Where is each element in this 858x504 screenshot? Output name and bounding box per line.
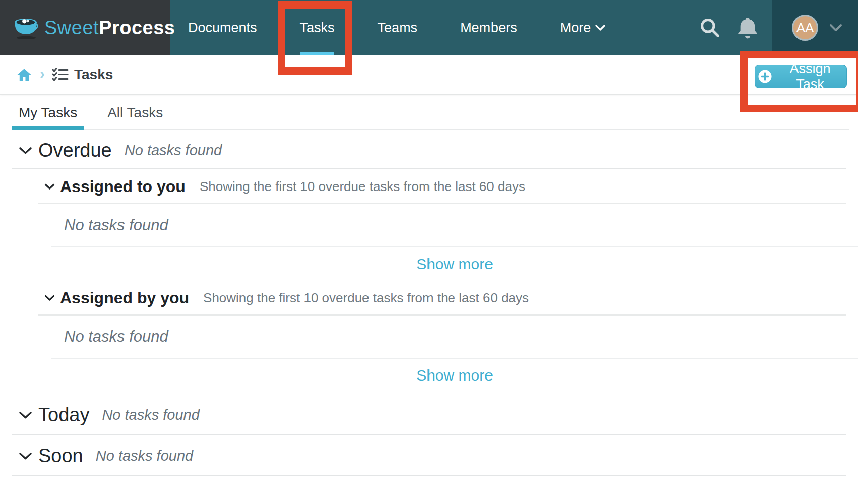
empty-state: No tasks found <box>51 204 858 247</box>
empty-state: No tasks found <box>51 316 858 359</box>
chevron-down-icon <box>595 25 605 31</box>
tasks-tab-bar: My Tasks All Tasks <box>12 96 849 130</box>
subsection-hint: Showing the first 10 overdue tasks from … <box>200 179 525 195</box>
annotation-box-tasks-nav <box>278 1 352 75</box>
show-more-row: Show more <box>51 247 858 281</box>
brand-name-first: Sweet <box>44 17 99 38</box>
subsection-title: Assigned to you <box>60 177 186 196</box>
chevron-down-icon[interactable] <box>19 147 32 155</box>
show-more-link[interactable]: Show more <box>416 256 493 273</box>
page-title: Tasks <box>74 67 113 83</box>
tab-all-tasks[interactable]: All Tasks <box>101 99 169 130</box>
subsection-assigned-by-you-header[interactable]: Assigned by you Showing the first 10 ove… <box>38 281 846 316</box>
nav-item-label: More <box>560 20 591 36</box>
main-nav: Documents Tasks Teams Members More <box>173 0 621 55</box>
nav-item-documents[interactable]: Documents <box>173 0 272 55</box>
nav-item-teams[interactable]: Teams <box>362 0 433 55</box>
nav-item-members[interactable]: Members <box>445 0 532 55</box>
breadcrumb: › Tasks <box>0 55 858 95</box>
section-empty-note: No tasks found <box>96 448 193 464</box>
section-empty-note: No tasks found <box>125 142 222 159</box>
subsection-assigned-to-you-header[interactable]: Assigned to you Showing the first 10 ove… <box>38 169 846 204</box>
show-more-link[interactable]: Show more <box>416 367 493 384</box>
section-title: Soon <box>38 445 83 467</box>
search-icon[interactable] <box>699 0 721 55</box>
chevron-down-icon[interactable] <box>19 452 32 460</box>
empty-state-text: No tasks found <box>64 328 168 345</box>
empty-state-text: No tasks found <box>64 216 168 234</box>
top-navbar: SweetProcess Documents Tasks Teams Membe… <box>0 0 858 55</box>
chevron-down-icon[interactable] <box>829 24 842 32</box>
tab-my-tasks[interactable]: My Tasks <box>12 99 84 130</box>
brand-name: SweetProcess <box>44 17 175 39</box>
nav-item-label: Members <box>460 20 517 36</box>
bell-icon[interactable] <box>736 0 759 55</box>
checklist-icon <box>52 68 69 82</box>
home-icon[interactable] <box>17 68 32 82</box>
brand-name-second: Process <box>99 17 175 38</box>
section-today-header[interactable]: Today No tasks found <box>12 392 846 435</box>
section-soon-header[interactable]: Soon No tasks found <box>12 435 846 476</box>
avatar[interactable]: AA <box>792 15 818 41</box>
subsection-title: Assigned by you <box>60 289 189 307</box>
section-overdue-header[interactable]: Overdue No tasks found <box>12 130 846 169</box>
brand-logo[interactable]: SweetProcess <box>0 0 170 55</box>
tab-label: My Tasks <box>19 105 77 121</box>
section-title: Overdue <box>38 140 112 161</box>
section-empty-note: No tasks found <box>102 407 199 423</box>
subsection-hint: Showing the first 10 overdue tasks from … <box>203 290 529 306</box>
task-list: Overdue No tasks found Assigned to you S… <box>12 130 846 476</box>
annotation-box-assign-task <box>740 51 858 112</box>
section-title: Today <box>38 404 89 426</box>
chevron-down-icon[interactable] <box>19 411 32 419</box>
account-menu[interactable]: AA <box>772 0 858 55</box>
nav-item-more[interactable]: More <box>545 0 621 55</box>
breadcrumb-separator-icon: › <box>40 65 45 82</box>
chevron-down-icon[interactable] <box>44 295 55 301</box>
avatar-initials: AA <box>796 20 814 36</box>
teacup-icon <box>11 15 40 40</box>
show-more-row: Show more <box>51 359 858 392</box>
nav-item-label: Documents <box>188 20 257 36</box>
tab-label: All Tasks <box>107 105 163 121</box>
chevron-down-icon[interactable] <box>44 183 55 190</box>
nav-item-label: Teams <box>378 20 418 36</box>
